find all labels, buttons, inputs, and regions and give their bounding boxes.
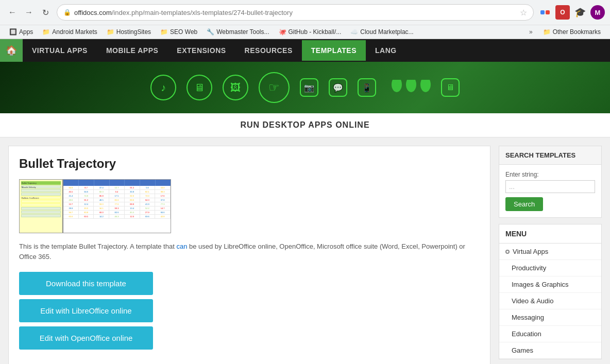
menu-section: MENU Virtual Apps Productivity Images & … — [499, 224, 602, 359]
nav-mobile-apps[interactable]: MOBILE APPS — [97, 40, 167, 61]
menu-title: MENU — [499, 224, 601, 244]
sp-data-row: 12.712.459.077.688.841.977.3 — [63, 202, 171, 206]
browser-chrome: ← → ↻ 🔒 offidocs.com/index.php/main-temp… — [0, 0, 610, 39]
extensions-button[interactable] — [538, 5, 552, 20]
menu-item-education-label: Education — [512, 330, 541, 338]
sp-left-panel: Bullet Trajectory Muzzle Velocity Ballis… — [20, 180, 63, 233]
apps-bookmark-icon: 🔲 — [9, 28, 17, 36]
search-form: Enter string: Search — [499, 165, 601, 217]
menu-item-video-label: Video & Audio — [512, 297, 553, 305]
nav-virtual-apps[interactable]: VIRTUAL APPS — [23, 40, 97, 61]
forward-button[interactable]: → — [22, 5, 36, 20]
webmaster-bookmark-label: Webmaster Tools... — [216, 28, 269, 36]
sidebar: SEARCH TEMPLATES Enter string: Search ME… — [499, 146, 602, 364]
bookmark-star-icon[interactable]: ☆ — [520, 8, 527, 18]
bookmark-cloud[interactable]: ☁️ Cloud Marketplac... — [346, 27, 417, 37]
nav-resources[interactable]: RESOURCES — [235, 40, 302, 61]
search-section-title: SEARCH TEMPLATES — [499, 146, 601, 165]
more-bookmarks-button[interactable]: » — [526, 27, 536, 37]
lock-icon: 🔒 — [63, 9, 71, 16]
menu-item-messaging-label: Messaging — [512, 314, 544, 321]
github-bookmark-label: GitHub - Kickball/... — [289, 28, 342, 36]
menu-item-images-graphics[interactable]: Images & Graphics — [499, 276, 601, 293]
edit-libreoffice-button[interactable]: Edit with LibreOffice online — [19, 299, 153, 322]
hero-main-circle: ☞ — [259, 72, 290, 103]
bookmark-webmaster[interactable]: 🔧 Webmaster Tools... — [202, 27, 273, 37]
hosting-bookmark-label: HostingSites — [116, 28, 151, 36]
search-input[interactable] — [505, 180, 595, 193]
bookmark-seo[interactable]: 📁 SEO Web — [156, 27, 201, 37]
article-title: Bullet Trajectory — [19, 157, 480, 171]
menu-item-productivity[interactable]: Productivity — [499, 260, 601, 276]
bookmark-other-icon[interactable]: 📁 Other Bookmarks — [539, 27, 605, 37]
page-title-bar: RUN DESKTOP APPS ONLINE — [0, 113, 610, 137]
graduation-icon[interactable]: 🎓 — [573, 5, 587, 20]
address-bar[interactable]: 🔒 offidocs.com/index.php/main-templates/… — [57, 4, 534, 21]
nav-buttons: ← → ↻ — [5, 5, 53, 20]
hosting-bookmark-icon: 📁 — [107, 28, 114, 36]
menu-item-productivity-label: Productivity — [512, 264, 546, 272]
menu-item-virtual-apps[interactable]: Virtual Apps — [499, 244, 601, 260]
hero-icon-music: ♪ — [150, 75, 176, 100]
hero-cursor-icon: ☞ — [268, 80, 280, 95]
site-navigation: 🏠 VIRTUAL APPS MOBILE APPS EXTENSIONS RE… — [0, 39, 610, 62]
menu-item-messaging[interactable]: Messaging — [499, 309, 601, 326]
browser-actions: O 🎓 M — [538, 5, 605, 20]
browser-toolbar: ← → ↻ 🔒 offidocs.com/index.php/main-temp… — [0, 0, 610, 25]
hero-icon-monitor: 🖥 — [187, 75, 212, 100]
user-avatar[interactable]: M — [590, 5, 605, 20]
search-templates-section: SEARCH TEMPLATES Enter string: Search — [499, 146, 602, 218]
sp-right-panel: 84.98.737.412.791.55.653.045.594.682.30.… — [63, 180, 171, 233]
sp-data-row: 84.98.737.412.791.55.653.0 — [63, 186, 171, 190]
main-container: Bullet Trajectory Bullet Trajectory Muzz… — [0, 137, 610, 364]
bookmarks-bar: 🔲 Apps 📁 Android Markets 📁 HostingSites … — [0, 25, 610, 39]
nav-extensions[interactable]: EXTENSIONS — [167, 40, 235, 61]
bookmark-hosting[interactable]: 📁 HostingSites — [103, 27, 155, 37]
search-button[interactable]: Search — [505, 197, 543, 211]
edit-openoffice-button[interactable]: Edit with OpenOffice online — [19, 326, 153, 350]
reload-button[interactable]: ↻ — [38, 5, 53, 20]
seo-bookmark-label: SEO Web — [170, 28, 197, 36]
nav-templates[interactable]: TEMPLATES — [302, 40, 366, 61]
hero-icon-monitor2: 🖥 — [441, 78, 460, 97]
sp-data-row: 39.920.034.199.313.452.214.7 — [63, 206, 171, 211]
menu-item-education[interactable]: Education — [499, 326, 601, 342]
cloud-bookmark-icon: ☁️ — [350, 28, 358, 36]
description-text: This is the template Bullet Trajectory. … — [19, 241, 480, 262]
cloud-bookmark-label: Cloud Marketplac... — [360, 28, 413, 36]
extension-red-icon[interactable]: O — [555, 5, 570, 20]
bookmark-android[interactable]: 📁 Android Markets — [38, 27, 101, 37]
hero-banner: ♪ 🖥 🖼 ☞ 📷 💬 📱 🖥 — [0, 62, 610, 113]
hero-icon-chat: 💬 — [329, 78, 347, 97]
hero-people-group — [392, 80, 431, 95]
menu-item-games[interactable]: Games — [499, 342, 601, 359]
github-bookmark-icon: 🐙 — [279, 28, 286, 36]
bookmark-github[interactable]: 🐙 GitHub - Kickball/... — [275, 27, 346, 37]
sp-data-row: 65.669.514.246.312.069.642.8 — [63, 215, 171, 219]
nav-items: VIRTUAL APPS MOBILE APPS EXTENSIONS RESO… — [23, 40, 406, 61]
home-button[interactable]: 🏠 — [0, 39, 23, 62]
content-area: Bullet Trajectory Bullet Trajectory Muzz… — [8, 146, 490, 364]
bullet-icon-virtual-apps — [505, 250, 510, 254]
menu-item-games-label: Games — [512, 346, 533, 354]
menu-item-images-label: Images & Graphics — [512, 281, 569, 288]
webmaster-bookmark-icon: 🔧 — [207, 28, 214, 36]
hero-icon-image: 🖼 — [223, 75, 248, 100]
home-icon: 🏠 — [6, 45, 17, 56]
hero-person-2 — [406, 80, 416, 95]
sp-data-row: 21.474.886.817.592.072.017.6 — [63, 194, 171, 198]
sp-header — [63, 180, 171, 186]
hero-person-3 — [420, 80, 431, 95]
search-label: Enter string: — [505, 171, 595, 178]
hero-person-1 — [392, 80, 402, 95]
menu-item-video-audio[interactable]: Video & Audio — [499, 293, 601, 309]
other-bookmarks-label: Other Bookmarks — [553, 28, 601, 36]
seo-bookmark-icon: 📁 — [160, 28, 168, 36]
android-bookmark-icon: 📁 — [42, 28, 50, 36]
nav-lang[interactable]: LANG — [366, 40, 406, 61]
action-buttons: Download this template Edit with LibreOf… — [19, 272, 153, 350]
sp-data-rows: 84.98.737.412.791.55.653.045.594.682.30.… — [63, 186, 171, 219]
bookmark-apps[interactable]: 🔲 Apps — [5, 27, 37, 37]
back-button[interactable]: ← — [5, 5, 20, 20]
download-template-button[interactable]: Download this template — [19, 272, 153, 295]
